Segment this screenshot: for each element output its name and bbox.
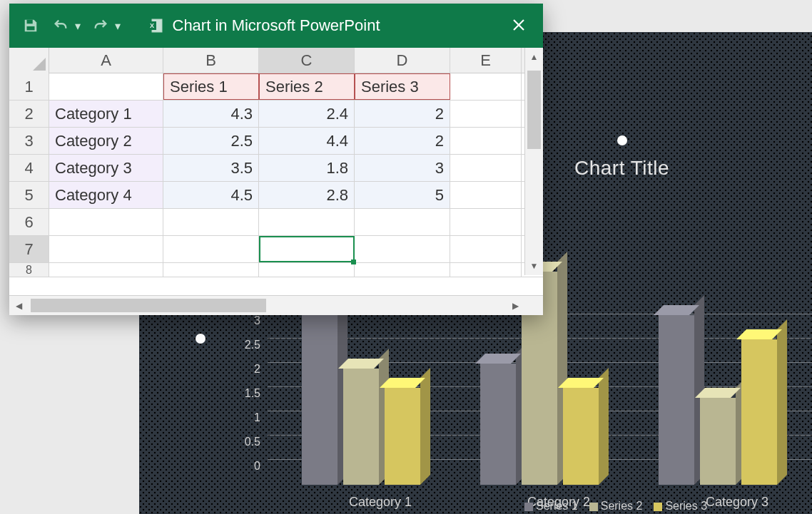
cell[interactable] xyxy=(163,236,259,262)
category-label: Category 1 xyxy=(302,495,459,510)
table-row: 4 Category 3 3.5 1.8 3 xyxy=(9,155,543,182)
redo-dropdown-icon[interactable]: ▾ xyxy=(115,19,121,33)
scroll-left-icon[interactable]: ◀ xyxy=(9,296,28,315)
cell[interactable] xyxy=(355,236,450,262)
cell[interactable] xyxy=(259,263,355,277)
row-number[interactable]: 5 xyxy=(9,182,49,208)
cell[interactable]: 2.4 xyxy=(259,101,355,127)
row-number[interactable]: 6 xyxy=(9,209,49,235)
cell[interactable]: 2.8 xyxy=(259,182,355,208)
row-number[interactable]: 7 xyxy=(9,236,49,262)
y-tick: 0 xyxy=(221,454,260,478)
y-tick: 1 xyxy=(221,406,260,430)
cell[interactable] xyxy=(450,73,522,100)
cell[interactable]: 5 xyxy=(355,182,450,208)
cell[interactable]: Category 2 xyxy=(49,128,163,154)
cell[interactable]: Category 3 xyxy=(49,155,163,181)
cell[interactable] xyxy=(49,209,163,235)
y-tick: 1.5 xyxy=(221,381,260,406)
cell[interactable] xyxy=(163,209,259,235)
col-header[interactable]: A xyxy=(49,48,163,73)
chart-data-editor-window: ▾ ▾ X Chart in Microsoft PowerPoint A B … xyxy=(9,4,543,315)
cell[interactable]: 4.3 xyxy=(163,101,259,127)
table-row: 6 xyxy=(9,209,543,236)
save-icon[interactable] xyxy=(21,16,41,36)
cell[interactable] xyxy=(450,101,522,127)
row-number[interactable]: 1 xyxy=(9,73,49,100)
undo-dropdown-icon[interactable]: ▾ xyxy=(75,19,81,33)
undo-icon[interactable] xyxy=(51,16,71,36)
y-tick: 2.5 xyxy=(221,333,260,357)
chart-title[interactable]: Chart Title xyxy=(574,157,669,180)
row-number[interactable]: 8 xyxy=(9,263,49,277)
cell[interactable]: 2 xyxy=(355,101,450,127)
cell[interactable]: Category 4 xyxy=(49,182,163,208)
chart-bar[interactable] xyxy=(480,364,516,485)
cell[interactable] xyxy=(355,263,450,277)
cell[interactable] xyxy=(259,209,355,235)
cell[interactable] xyxy=(450,209,522,235)
cell[interactable]: 4.5 xyxy=(163,182,259,208)
chart-bar[interactable] xyxy=(741,339,777,485)
row-number[interactable]: 3 xyxy=(9,128,49,154)
cell[interactable] xyxy=(49,236,163,262)
cell[interactable] xyxy=(450,155,522,181)
y-tick: 2 xyxy=(221,357,260,381)
cell[interactable] xyxy=(450,182,522,208)
svg-text:X: X xyxy=(150,22,154,29)
scroll-down-icon[interactable]: ▼ xyxy=(525,257,543,275)
table-row: 1 Series 1 Series 2 Series 3 xyxy=(9,73,543,101)
col-header[interactable]: C xyxy=(259,48,355,73)
cell[interactable]: Category 1 xyxy=(49,101,163,127)
cell[interactable]: 1.8 xyxy=(259,155,355,181)
scrollbar-thumb[interactable] xyxy=(527,71,541,149)
cell[interactable] xyxy=(450,128,522,154)
col-header[interactable]: E xyxy=(450,48,522,73)
chart-selection-handle[interactable] xyxy=(196,334,205,344)
table-row: 7 xyxy=(9,236,543,263)
active-cell[interactable] xyxy=(259,236,355,262)
table-row: 8 xyxy=(9,263,543,277)
col-header[interactable]: B xyxy=(163,48,259,73)
svg-rect-1 xyxy=(27,26,35,30)
cell[interactable] xyxy=(49,263,163,277)
legend-entry: Series 3 xyxy=(654,500,707,513)
cell[interactable]: 2.5 xyxy=(163,128,259,154)
table-row: 2 Category 1 4.3 2.4 2 xyxy=(9,101,543,128)
chart-legend[interactable]: Series 1 Series 2 Series 3 xyxy=(524,500,707,513)
row-number[interactable]: 4 xyxy=(9,155,49,181)
vertical-scrollbar[interactable]: ▲ ▼ xyxy=(524,48,543,275)
horizontal-scrollbar[interactable]: ◀ ▶ xyxy=(9,295,543,315)
chart-bar[interactable] xyxy=(563,388,599,485)
cell[interactable]: Series 1 xyxy=(163,73,259,100)
excel-app-icon[interactable]: X xyxy=(145,16,165,36)
cell[interactable]: Series 3 xyxy=(355,73,450,100)
chart-bar[interactable] xyxy=(343,369,379,485)
chart-bar[interactable] xyxy=(659,315,694,485)
chart-bar[interactable] xyxy=(385,388,420,485)
row-number[interactable]: 2 xyxy=(9,101,49,127)
scrollbar-thumb[interactable] xyxy=(31,299,266,312)
close-button[interactable] xyxy=(509,15,529,35)
titlebar[interactable]: ▾ ▾ X Chart in Microsoft PowerPoint xyxy=(9,4,543,48)
cell[interactable] xyxy=(450,236,522,262)
legend-entry: Series 1 xyxy=(524,500,578,513)
scroll-up-icon[interactable]: ▲ xyxy=(525,48,543,66)
cell[interactable] xyxy=(450,263,522,277)
cell[interactable] xyxy=(355,209,450,235)
y-tick: 0.5 xyxy=(221,430,260,454)
chart-bar[interactable] xyxy=(700,398,736,485)
cell[interactable]: 3 xyxy=(355,155,450,181)
cell[interactable]: Series 2 xyxy=(259,73,355,100)
cell[interactable]: 4.4 xyxy=(259,128,355,154)
cell[interactable] xyxy=(163,263,259,277)
chart-y-axis: 3 2.5 2 1.5 1 0.5 0 xyxy=(221,309,260,478)
redo-icon[interactable] xyxy=(91,16,111,36)
scroll-right-icon[interactable]: ▶ xyxy=(506,296,524,315)
cell[interactable]: 3.5 xyxy=(163,155,259,181)
cell[interactable]: 2 xyxy=(355,128,450,154)
col-header[interactable]: D xyxy=(355,48,450,73)
select-all-corner[interactable] xyxy=(9,48,49,73)
spreadsheet-grid[interactable]: A B C D E 1 Series 1 Series 2 Series 3 2… xyxy=(9,48,543,295)
cell[interactable] xyxy=(49,73,163,100)
